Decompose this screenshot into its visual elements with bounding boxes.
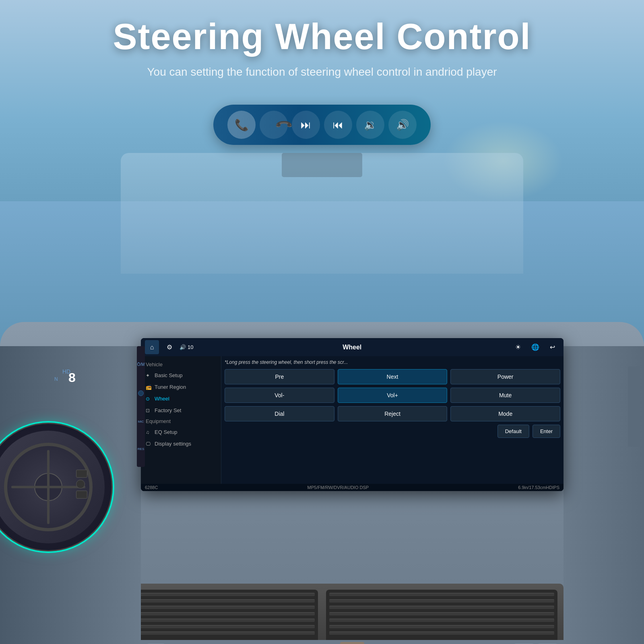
back-nav-icon[interactable]: ↩ xyxy=(545,340,559,354)
eq-icon: ♫ xyxy=(146,429,152,435)
wheel-bottom-buttons: Default Enter xyxy=(225,425,560,438)
next-button[interactable]: Next xyxy=(338,369,448,384)
steering-wheel-inner xyxy=(0,431,105,543)
gauge-label-n: N xyxy=(54,376,58,382)
sidebar-label-basic-setup: Basic Setup xyxy=(155,372,182,378)
sidebar-label-eq-setup: EQ Setup xyxy=(155,429,177,435)
reject-button[interactable]: Reject xyxy=(338,406,448,421)
sidebar-label-factory-set: Factory Set xyxy=(155,407,181,413)
vent-slat xyxy=(329,619,554,622)
volume-level: 10 xyxy=(188,344,193,350)
tuner-icon: 📻 xyxy=(146,384,152,390)
steering-wheel-circle xyxy=(0,423,113,551)
screen-label-mic: MIC xyxy=(138,420,144,423)
vent-slat xyxy=(329,606,554,609)
vol-plus-button[interactable]: Vol+ xyxy=(338,388,448,403)
vent-slat xyxy=(329,599,554,603)
screen-section-title: Wheel xyxy=(196,344,508,351)
pre-button[interactable]: Pre xyxy=(225,369,334,384)
sidebar-item-display-settings[interactable]: 🖵 Display settings xyxy=(141,438,221,450)
sidebar-item-factory-set[interactable]: ⊡ Factory Set xyxy=(141,405,221,416)
skip-forward-icon[interactable]: ⏭ xyxy=(292,111,320,139)
wheel-icon: ⊙ xyxy=(146,396,152,402)
display-icon: 🖵 xyxy=(146,441,152,447)
sidebar-label-tuner-region: Tuner Region xyxy=(155,384,186,390)
icon-bar: 📞 📞 ⏭ ⏮ 🔉 🔊 xyxy=(213,105,431,145)
factory-icon: ⊡ xyxy=(146,408,152,413)
vent-slat xyxy=(329,625,554,628)
sw-button-bottom[interactable] xyxy=(76,491,87,499)
vent-slat xyxy=(329,632,554,635)
mode-button[interactable]: Mode xyxy=(450,406,560,421)
screen-sidebar: Vehicle ✦ Basic Setup 📻 Tuner Region ⊙ W… xyxy=(141,356,221,491)
screen-left-panel: Ö/M MIC RES xyxy=(137,346,145,467)
home-nav-icon[interactable]: ⌂ xyxy=(145,340,159,354)
skip-back-icon[interactable]: ⏮ xyxy=(324,111,352,139)
gauge-label-hd: HD xyxy=(62,368,70,375)
dash-panel-right xyxy=(564,346,644,644)
car-display-screen: ⌂ ⚙ 🔊 10 Wheel ☀ 🌐 ↩ Vehicle ✦ Basic Set… xyxy=(141,338,564,491)
dial-button[interactable]: Dial xyxy=(225,406,334,421)
subtitle: You can setting the function of steering… xyxy=(0,66,644,78)
air-vents xyxy=(80,584,564,644)
sidebar-section-equipment: Equipment xyxy=(141,416,221,426)
basic-setup-icon: ✦ xyxy=(146,373,152,378)
settings-nav-icon[interactable]: ⚙ xyxy=(162,340,176,354)
volume-speaker-icon: 🔊 xyxy=(180,344,186,350)
sw-button-top[interactable] xyxy=(76,470,87,478)
volume-display: 🔊 10 xyxy=(180,344,193,350)
screen-model-bar: 6288C MP5/FM/RW/DVR/AUDIO DSP 6.9in/17.5… xyxy=(141,484,564,491)
phone-call-icon[interactable]: 📞 xyxy=(227,111,256,139)
rearview-mirror xyxy=(282,153,362,177)
vol-minus-button[interactable]: Vol- xyxy=(225,388,334,403)
hazard-button[interactable]: ▲ xyxy=(340,642,364,644)
vent-slat xyxy=(329,612,554,615)
sw-button-circle[interactable] xyxy=(76,480,85,489)
wheel-hint-text: *Long press the steering wheel, then sho… xyxy=(225,359,560,365)
screen-content: Vehicle ✦ Basic Setup 📻 Tuner Region ⊙ W… xyxy=(141,356,564,491)
volume-down-icon[interactable]: 🔉 xyxy=(356,111,384,139)
screen-main-panel: *Long press the steering wheel, then sho… xyxy=(221,356,564,491)
screen-subtitle: MP5/FM/RW/DVR/AUDIO DSP xyxy=(308,485,369,490)
language-icon[interactable]: 🌐 xyxy=(528,340,542,354)
screen-spec: 6.9in/17.53cmHDIPS xyxy=(518,485,559,490)
screen-label-om: Ö/M xyxy=(137,362,145,367)
screen-power-btn[interactable] xyxy=(138,390,144,396)
sidebar-item-tuner-region[interactable]: 📻 Tuner Region xyxy=(141,381,221,393)
phone-end-icon[interactable]: 📞 xyxy=(254,105,294,145)
vent-slat xyxy=(329,593,554,596)
vent-right xyxy=(326,590,557,644)
wheel-button-grid: Pre Next Power Vol- Vol+ Mute Dial Rejec… xyxy=(225,369,560,421)
enter-button[interactable]: Enter xyxy=(533,425,560,438)
screen-label-res: RES xyxy=(138,447,144,451)
mute-button[interactable]: Mute xyxy=(450,388,560,403)
volume-up-icon[interactable]: 🔊 xyxy=(388,111,417,139)
screen-nav-bar: ⌂ ⚙ 🔊 10 Wheel ☀ 🌐 ↩ xyxy=(141,338,564,356)
sidebar-section-vehicle: Vehicle xyxy=(141,359,221,369)
center-console-buttons: 📞 ▲ xyxy=(141,640,564,644)
dash-panel-left: 8 HD N xyxy=(0,346,141,644)
screen-model-number: 6288C xyxy=(145,485,158,490)
steering-wheel-area xyxy=(0,382,153,584)
header: Steering Wheel Control You can setting t… xyxy=(0,16,644,78)
sidebar-item-basic-setup[interactable]: ✦ Basic Setup xyxy=(141,369,221,381)
brightness-icon[interactable]: ☀ xyxy=(511,340,525,354)
sidebar-item-eq-setup[interactable]: ♫ EQ Setup xyxy=(141,426,221,438)
sidebar-label-wheel: Wheel xyxy=(155,396,169,402)
sidebar-label-display-settings: Display settings xyxy=(155,441,191,447)
default-button[interactable]: Default xyxy=(497,425,529,438)
right-panel-strip xyxy=(628,366,640,447)
main-title: Steering Wheel Control xyxy=(0,16,644,58)
power-button[interactable]: Power xyxy=(450,369,560,384)
sidebar-item-wheel[interactable]: ⊙ Wheel xyxy=(141,393,221,405)
